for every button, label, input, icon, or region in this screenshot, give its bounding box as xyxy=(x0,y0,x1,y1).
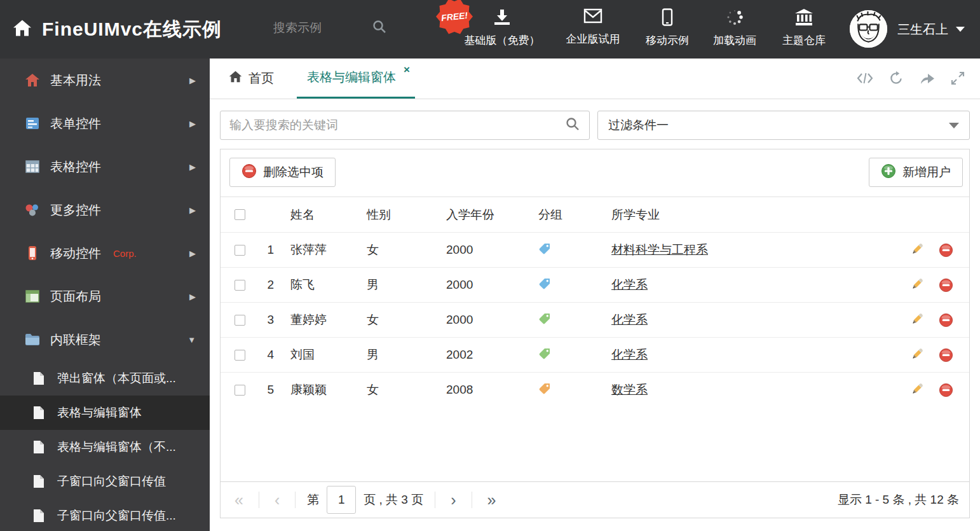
chevron-right-icon xyxy=(189,292,196,301)
edit-icon[interactable] xyxy=(909,278,923,292)
table-row: 4 刘国 男 2002 化学系 xyxy=(221,337,969,372)
page-label-before: 第 xyxy=(307,492,319,508)
app-logo[interactable]: FineUIMvc在线示例 xyxy=(13,17,222,43)
delete-icon[interactable] xyxy=(939,348,953,362)
user-menu[interactable]: 三生石上 xyxy=(897,0,965,59)
chevron-right-icon xyxy=(189,162,196,172)
delete-icon[interactable] xyxy=(939,383,953,397)
edit-icon[interactable] xyxy=(909,383,923,397)
record-summary: 显示 1 - 5 条 , 共 12 条 xyxy=(838,492,959,508)
nav-enterprise-trial[interactable]: 企业版试用 xyxy=(558,8,628,46)
envelope-icon xyxy=(583,8,602,27)
delete-selected-button[interactable]: 删除选中项 xyxy=(229,158,336,187)
home-icon xyxy=(229,71,242,86)
tab-grid-edit-window[interactable]: 表格与编辑窗体 xyxy=(297,58,415,99)
sidebar-item-mobile-controls[interactable]: 移动控件 Corp. xyxy=(0,231,210,275)
row-checkbox[interactable] xyxy=(235,245,245,256)
user-name: 三生石上 xyxy=(897,21,948,38)
sidebar-item-basic-usage[interactable]: 基本用法 xyxy=(0,59,210,102)
edit-icon[interactable] xyxy=(909,243,923,257)
filter-dropdown[interactable]: 过滤条件一 xyxy=(597,111,970,140)
refresh-icon[interactable] xyxy=(888,71,904,86)
sidebar-subitem-grid-edit-window-2[interactable]: 表格与编辑窗体（不... xyxy=(0,430,210,464)
sidebar-subitem-grid-edit-window[interactable]: 表格与编辑窗体 xyxy=(0,396,210,430)
select-all-checkbox[interactable] xyxy=(235,209,245,220)
nav-label: 基础版（免费） xyxy=(465,33,540,48)
sidebar-subitem-label: 表格与编辑窗体 xyxy=(57,404,142,421)
row-checkbox[interactable] xyxy=(235,315,245,326)
tab-actions xyxy=(857,58,965,99)
cell-name: 董婷婷 xyxy=(290,312,367,328)
cell-gender: 女 xyxy=(367,382,446,398)
delete-icon[interactable] xyxy=(939,313,953,328)
major-link[interactable]: 化学系 xyxy=(611,278,648,291)
last-page-button[interactable] xyxy=(484,492,500,508)
cell-name: 刘国 xyxy=(290,347,367,363)
expand-icon[interactable] xyxy=(951,71,965,85)
table-row: 2 陈飞 男 2000 化学系 xyxy=(221,267,969,302)
edit-icon[interactable] xyxy=(909,313,923,327)
major-link[interactable]: 材料科学与工程系 xyxy=(611,243,708,256)
shapes-icon xyxy=(24,203,41,217)
page-number-input[interactable] xyxy=(327,486,356,514)
nav-label: 移动示例 xyxy=(646,33,689,48)
cell-year: 2008 xyxy=(446,383,538,397)
sidebar-subitem-popup-window[interactable]: 弹出窗体（本页面或... xyxy=(0,361,210,396)
next-page-button[interactable] xyxy=(447,492,459,508)
grid-panel: 删除选中项 新增用户 姓名 性别 入学年份 分组 所学专业 xyxy=(220,149,970,518)
major-link[interactable]: 数学系 xyxy=(611,383,648,396)
file-icon xyxy=(31,371,47,385)
table-row: 5 康颖颖 女 2008 数学系 xyxy=(221,372,969,407)
sidebar-item-grid-controls[interactable]: 表格控件 xyxy=(0,145,210,188)
tab-home[interactable]: 首页 xyxy=(219,58,284,99)
nav-loading-animation[interactable]: 加载动画 xyxy=(705,8,764,48)
sidebar-subitem-child-to-parent-2[interactable]: 子窗口向父窗口传值... xyxy=(0,499,210,531)
house-icon xyxy=(24,73,41,87)
row-checkbox[interactable] xyxy=(235,280,245,291)
nav-mobile-demo[interactable]: 移动示例 xyxy=(638,8,697,48)
row-number: 3 xyxy=(256,313,290,327)
chevron-down-icon xyxy=(956,27,965,32)
add-user-label: 新增用户 xyxy=(902,164,951,181)
app-title: FineUIMvc在线示例 xyxy=(42,17,222,43)
tag-icon xyxy=(538,277,551,293)
tag-icon xyxy=(538,382,551,398)
sidebar-item-page-layout[interactable]: 页面布局 xyxy=(0,275,210,318)
folder-icon xyxy=(24,333,41,346)
filter-dropdown-value: 过滤条件一 xyxy=(608,117,669,134)
prev-page-button[interactable] xyxy=(271,492,283,508)
row-checkbox[interactable] xyxy=(235,385,245,396)
chevron-down-icon xyxy=(949,123,959,128)
header-search-input[interactable] xyxy=(273,21,372,35)
nav-basic-free[interactable]: 基础版（免费） xyxy=(459,8,545,48)
major-link[interactable]: 化学系 xyxy=(611,313,648,326)
close-icon[interactable] xyxy=(404,64,410,76)
tag-icon xyxy=(538,347,551,363)
add-user-button[interactable]: 新增用户 xyxy=(869,158,963,187)
delete-icon[interactable] xyxy=(939,243,953,258)
code-icon[interactable] xyxy=(857,72,873,85)
share-icon[interactable] xyxy=(919,71,936,85)
search-icon[interactable] xyxy=(565,116,580,134)
delete-icon[interactable] xyxy=(939,278,953,293)
search-icon[interactable] xyxy=(372,19,387,37)
column-header-major: 所学专业 xyxy=(611,207,899,223)
corp-badge: Corp. xyxy=(113,248,137,259)
nav-theme-store[interactable]: 主题仓库 xyxy=(774,8,834,48)
row-checkbox[interactable] xyxy=(235,350,245,361)
sidebar-item-form-controls[interactable]: 表单控件 xyxy=(0,102,210,145)
first-page-button[interactable] xyxy=(231,492,247,508)
cell-gender: 女 xyxy=(367,312,446,328)
page-content: 过滤条件一 删除选中项 新增用户 xyxy=(210,99,980,518)
table-row: 1 张萍萍 女 2000 材料科学与工程系 xyxy=(221,232,969,267)
edit-icon[interactable] xyxy=(909,348,923,362)
user-avatar[interactable] xyxy=(850,10,887,48)
sidebar-subitem-child-to-parent[interactable]: 子窗口向父窗口传值 xyxy=(0,464,210,499)
cell-name: 陈飞 xyxy=(290,277,367,293)
keyword-search-input[interactable] xyxy=(229,118,565,132)
sidebar-item-more-controls[interactable]: 更多控件 xyxy=(0,188,210,231)
file-icon xyxy=(31,440,47,454)
sidebar-item-label: 基本用法 xyxy=(50,72,101,89)
sidebar-item-iframe[interactable]: 内联框架 xyxy=(0,318,210,361)
major-link[interactable]: 化学系 xyxy=(611,348,648,361)
